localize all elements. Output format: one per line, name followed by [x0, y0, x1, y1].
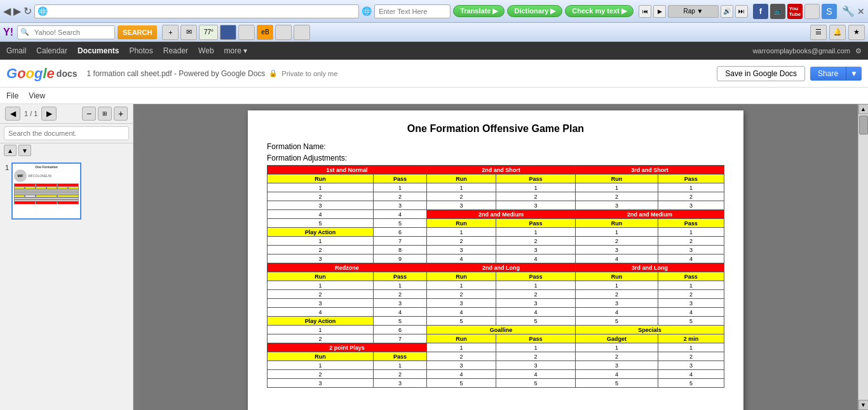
fb-icon[interactable]: f [753, 4, 768, 19]
table-row: 3 [268, 299, 374, 308]
table-row: 2 [658, 290, 724, 299]
menu-view[interactable]: View [29, 91, 45, 100]
toolbar-icon7[interactable] [275, 25, 292, 40]
table-row: 4 [427, 308, 496, 317]
table-row: 1 [374, 281, 427, 290]
header-3rd-long: 3rd and Long [576, 263, 724, 272]
pass-label-7: Pass [496, 272, 576, 281]
notify-icon[interactable]: 🔔 [829, 25, 846, 40]
bookmark-icon[interactable]: ★ [848, 25, 865, 40]
table-row: 1 [496, 343, 576, 352]
document-page: One Formation Offensive Game Plan Format… [248, 110, 743, 410]
zoom-out-button[interactable]: − [82, 107, 96, 121]
privacy-label: Private to only me [281, 70, 337, 77]
check-text-button[interactable]: Check my text ▶ [565, 5, 634, 17]
new-tab-icon[interactable]: ✕ [857, 6, 865, 17]
volume-icon[interactable]: 🔊 [721, 5, 733, 18]
tv-icon[interactable]: 📺 [770, 4, 785, 19]
menu-file[interactable]: File [6, 91, 18, 100]
media-btn1[interactable]: ⏮ [639, 5, 651, 18]
table-row: 3 [576, 246, 658, 255]
table-row: 5 [658, 379, 724, 388]
search-down-button[interactable]: ▼ [18, 145, 31, 156]
game-plan-table: 1st and Normal 2nd and Short 3rd and Sho… [267, 165, 724, 388]
nav-item-gmail[interactable]: Gmail [6, 46, 26, 55]
table-row: 3 [427, 246, 496, 255]
yahoo-search-input[interactable] [32, 26, 114, 39]
run-label-6: Run [268, 272, 374, 281]
scroll-thumb[interactable] [859, 116, 868, 135]
table-row: 4 [427, 255, 496, 263]
scroll-down-button[interactable]: ▼ [858, 400, 869, 410]
table-row: 5 [496, 379, 576, 388]
view-icon[interactable]: ☰ [810, 25, 827, 40]
url-bar[interactable] [34, 4, 359, 18]
nav-settings-icon[interactable]: ⚙ [855, 47, 862, 55]
page-thumbnail[interactable]: One Formation WF WFCOLONEL56 [11, 162, 81, 220]
table-row: 1 [427, 228, 496, 237]
dictionary-button[interactable]: Dictionary ▶ [507, 5, 562, 17]
search-up-button[interactable]: ▲ [4, 145, 17, 156]
document-search-input[interactable] [4, 126, 129, 140]
yahoo-search-icon: 🔍 [18, 28, 32, 36]
zoom-grid-button[interactable]: ⊞ [98, 107, 112, 121]
pass-label-2: Pass [496, 175, 576, 183]
toolbar-icon8[interactable] [294, 25, 310, 40]
media-btn2[interactable]: ▶ [653, 5, 666, 18]
table-row: 1 [427, 343, 496, 352]
logo-docs: docs [57, 69, 78, 79]
search-input-top[interactable] [374, 4, 451, 18]
nav-item-reader[interactable]: Reader [163, 46, 188, 55]
header-1st-normal: 1st and Normal [268, 166, 427, 175]
reload-icon[interactable]: ↻ [24, 5, 32, 17]
table-row: 5 [496, 317, 576, 326]
browser-ext1[interactable] [804, 4, 820, 19]
media-btn3[interactable]: ⏭ [735, 5, 748, 18]
yahoo-search-button[interactable]: SEARCH [118, 25, 157, 39]
table-row: 1 [576, 281, 658, 290]
share-button[interactable]: Share [810, 67, 846, 81]
run-label-5: Run [576, 219, 658, 228]
toolbar-icon4[interactable] [220, 25, 236, 40]
table-row: 4 [496, 255, 576, 263]
toolbar-icon6[interactable]: eB [257, 25, 273, 40]
media-display: Rap ▼ [668, 5, 719, 18]
next-page-button[interactable]: ▶ [41, 107, 57, 121]
save-google-docs-button[interactable]: Save in Google Docs [717, 66, 805, 81]
table-row: 2 [374, 290, 427, 299]
header-2pt-plays: 2 point Plays [268, 343, 427, 352]
header-2nd-short: 2nd and Short [427, 166, 576, 175]
logo-letter-g1: G [6, 65, 17, 82]
nav-item-photos[interactable]: Photos [129, 46, 153, 55]
nav-item-documents[interactable]: Documents [78, 46, 119, 55]
table-row: 6 [374, 228, 427, 237]
yt-icon[interactable]: YouTube [787, 4, 803, 19]
scroll-up-button[interactable]: ▲ [858, 104, 869, 114]
prev-page-button[interactable]: ◀ [5, 107, 20, 121]
table-row: 1 [268, 183, 374, 192]
table-row: 2 [427, 290, 496, 299]
table-row: 3 [496, 246, 576, 255]
table-row: 3 [374, 379, 427, 388]
nav-item-calendar[interactable]: Calendar [36, 46, 67, 55]
toolbar-icon1[interactable]: + [162, 25, 179, 40]
translate-button[interactable]: Translate ▶ [453, 5, 505, 17]
toolbar-icon2[interactable]: ✉ [180, 25, 197, 40]
browser-ext2[interactable]: S [822, 4, 837, 19]
forward-icon[interactable]: ▶ [13, 5, 21, 17]
yahoo-search-wrap: 🔍 [17, 25, 115, 39]
nav-item-more[interactable]: more ▾ [224, 46, 248, 55]
nav-item-web[interactable]: Web [198, 46, 214, 55]
zoom-in-button[interactable]: + [114, 107, 128, 121]
right-scrollbar: ▲ ▼ [858, 104, 868, 410]
table-row: 4 [658, 255, 724, 263]
table-row: 1 [268, 237, 374, 246]
share-dropdown-button[interactable]: ▼ [846, 67, 862, 81]
toolbar-icon3[interactable]: 77° [199, 25, 218, 40]
table-row: 7 [374, 237, 427, 246]
table-row: 4 [374, 210, 427, 219]
yahoo-logo: Y! [3, 27, 13, 38]
back-icon[interactable]: ◀ [3, 5, 11, 17]
toolbar-icon5[interactable] [238, 25, 255, 40]
settings-wrench-icon[interactable]: 🔧 [842, 5, 855, 17]
